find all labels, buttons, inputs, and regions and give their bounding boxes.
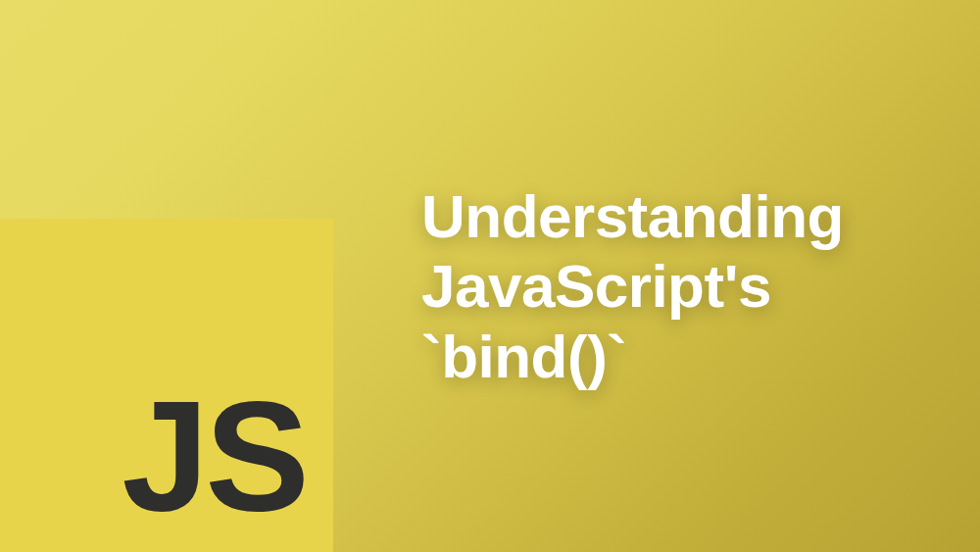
title-block: Understanding JavaScript's `bind()` — [421, 181, 941, 391]
javascript-logo-text: JS — [122, 377, 306, 534]
javascript-logo: JS — [0, 219, 333, 552]
hero-title: Understanding JavaScript's `bind()` — [421, 181, 941, 391]
hero-banner: JS Understanding JavaScript's `bind()` — [0, 0, 980, 552]
